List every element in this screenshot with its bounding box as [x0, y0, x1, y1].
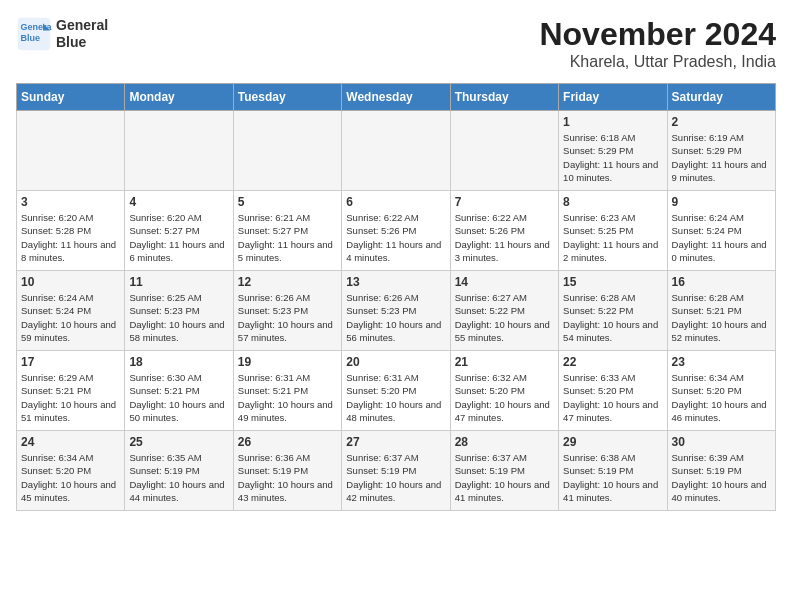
- day-number: 26: [238, 435, 337, 449]
- day-info: Sunrise: 6:36 AM Sunset: 5:19 PM Dayligh…: [238, 451, 337, 504]
- weekday-header-cell: Saturday: [667, 84, 775, 111]
- svg-text:Blue: Blue: [21, 33, 41, 43]
- calendar-week-row: 1Sunrise: 6:18 AM Sunset: 5:29 PM Daylig…: [17, 111, 776, 191]
- svg-text:General: General: [21, 22, 53, 32]
- day-number: 28: [455, 435, 554, 449]
- weekday-header-cell: Thursday: [450, 84, 558, 111]
- calendar-cell: 22Sunrise: 6:33 AM Sunset: 5:20 PM Dayli…: [559, 351, 667, 431]
- weekday-header-cell: Friday: [559, 84, 667, 111]
- calendar-cell: 24Sunrise: 6:34 AM Sunset: 5:20 PM Dayli…: [17, 431, 125, 511]
- day-info: Sunrise: 6:31 AM Sunset: 5:20 PM Dayligh…: [346, 371, 445, 424]
- header: General Blue General Blue November 2024 …: [16, 16, 776, 71]
- day-info: Sunrise: 6:24 AM Sunset: 5:24 PM Dayligh…: [21, 291, 120, 344]
- day-number: 19: [238, 355, 337, 369]
- day-number: 22: [563, 355, 662, 369]
- month-title: November 2024: [539, 16, 776, 53]
- calendar-cell: 14Sunrise: 6:27 AM Sunset: 5:22 PM Dayli…: [450, 271, 558, 351]
- day-info: Sunrise: 6:21 AM Sunset: 5:27 PM Dayligh…: [238, 211, 337, 264]
- calendar-cell: 11Sunrise: 6:25 AM Sunset: 5:23 PM Dayli…: [125, 271, 233, 351]
- day-number: 2: [672, 115, 771, 129]
- logo-text-line1: General: [56, 17, 108, 34]
- day-info: Sunrise: 6:34 AM Sunset: 5:20 PM Dayligh…: [21, 451, 120, 504]
- day-info: Sunrise: 6:22 AM Sunset: 5:26 PM Dayligh…: [346, 211, 445, 264]
- day-number: 16: [672, 275, 771, 289]
- calendar-cell: [342, 111, 450, 191]
- day-number: 9: [672, 195, 771, 209]
- day-number: 29: [563, 435, 662, 449]
- calendar-week-row: 3Sunrise: 6:20 AM Sunset: 5:28 PM Daylig…: [17, 191, 776, 271]
- day-info: Sunrise: 6:28 AM Sunset: 5:21 PM Dayligh…: [672, 291, 771, 344]
- day-number: 11: [129, 275, 228, 289]
- calendar-week-row: 24Sunrise: 6:34 AM Sunset: 5:20 PM Dayli…: [17, 431, 776, 511]
- location-title: Kharela, Uttar Pradesh, India: [539, 53, 776, 71]
- calendar-week-row: 10Sunrise: 6:24 AM Sunset: 5:24 PM Dayli…: [17, 271, 776, 351]
- calendar-cell: 12Sunrise: 6:26 AM Sunset: 5:23 PM Dayli…: [233, 271, 341, 351]
- calendar-cell: 1Sunrise: 6:18 AM Sunset: 5:29 PM Daylig…: [559, 111, 667, 191]
- day-info: Sunrise: 6:30 AM Sunset: 5:21 PM Dayligh…: [129, 371, 228, 424]
- day-number: 14: [455, 275, 554, 289]
- day-number: 30: [672, 435, 771, 449]
- calendar-cell: 15Sunrise: 6:28 AM Sunset: 5:22 PM Dayli…: [559, 271, 667, 351]
- calendar-cell: 13Sunrise: 6:26 AM Sunset: 5:23 PM Dayli…: [342, 271, 450, 351]
- calendar-cell: 17Sunrise: 6:29 AM Sunset: 5:21 PM Dayli…: [17, 351, 125, 431]
- day-info: Sunrise: 6:33 AM Sunset: 5:20 PM Dayligh…: [563, 371, 662, 424]
- day-info: Sunrise: 6:26 AM Sunset: 5:23 PM Dayligh…: [238, 291, 337, 344]
- day-info: Sunrise: 6:39 AM Sunset: 5:19 PM Dayligh…: [672, 451, 771, 504]
- day-number: 18: [129, 355, 228, 369]
- calendar-cell: 10Sunrise: 6:24 AM Sunset: 5:24 PM Dayli…: [17, 271, 125, 351]
- calendar-cell: 8Sunrise: 6:23 AM Sunset: 5:25 PM Daylig…: [559, 191, 667, 271]
- logo-text-line2: Blue: [56, 34, 108, 51]
- day-number: 1: [563, 115, 662, 129]
- day-number: 5: [238, 195, 337, 209]
- weekday-header-cell: Wednesday: [342, 84, 450, 111]
- weekday-header-cell: Sunday: [17, 84, 125, 111]
- title-area: November 2024 Kharela, Uttar Pradesh, In…: [539, 16, 776, 71]
- calendar-body: 1Sunrise: 6:18 AM Sunset: 5:29 PM Daylig…: [17, 111, 776, 511]
- day-number: 21: [455, 355, 554, 369]
- calendar-cell: 25Sunrise: 6:35 AM Sunset: 5:19 PM Dayli…: [125, 431, 233, 511]
- calendar-cell: 7Sunrise: 6:22 AM Sunset: 5:26 PM Daylig…: [450, 191, 558, 271]
- day-info: Sunrise: 6:35 AM Sunset: 5:19 PM Dayligh…: [129, 451, 228, 504]
- calendar-cell: 27Sunrise: 6:37 AM Sunset: 5:19 PM Dayli…: [342, 431, 450, 511]
- day-info: Sunrise: 6:25 AM Sunset: 5:23 PM Dayligh…: [129, 291, 228, 344]
- day-number: 12: [238, 275, 337, 289]
- weekday-header-cell: Tuesday: [233, 84, 341, 111]
- day-number: 3: [21, 195, 120, 209]
- weekday-header-row: SundayMondayTuesdayWednesdayThursdayFrid…: [17, 84, 776, 111]
- calendar-cell: 26Sunrise: 6:36 AM Sunset: 5:19 PM Dayli…: [233, 431, 341, 511]
- day-info: Sunrise: 6:19 AM Sunset: 5:29 PM Dayligh…: [672, 131, 771, 184]
- day-number: 7: [455, 195, 554, 209]
- calendar-cell: [17, 111, 125, 191]
- calendar-cell: 23Sunrise: 6:34 AM Sunset: 5:20 PM Dayli…: [667, 351, 775, 431]
- day-number: 23: [672, 355, 771, 369]
- day-number: 6: [346, 195, 445, 209]
- calendar-cell: 3Sunrise: 6:20 AM Sunset: 5:28 PM Daylig…: [17, 191, 125, 271]
- calendar-cell: 6Sunrise: 6:22 AM Sunset: 5:26 PM Daylig…: [342, 191, 450, 271]
- day-info: Sunrise: 6:28 AM Sunset: 5:22 PM Dayligh…: [563, 291, 662, 344]
- calendar-cell: 9Sunrise: 6:24 AM Sunset: 5:24 PM Daylig…: [667, 191, 775, 271]
- day-info: Sunrise: 6:32 AM Sunset: 5:20 PM Dayligh…: [455, 371, 554, 424]
- calendar-cell: 2Sunrise: 6:19 AM Sunset: 5:29 PM Daylig…: [667, 111, 775, 191]
- day-info: Sunrise: 6:27 AM Sunset: 5:22 PM Dayligh…: [455, 291, 554, 344]
- day-info: Sunrise: 6:18 AM Sunset: 5:29 PM Dayligh…: [563, 131, 662, 184]
- calendar-cell: 21Sunrise: 6:32 AM Sunset: 5:20 PM Dayli…: [450, 351, 558, 431]
- calendar-week-row: 17Sunrise: 6:29 AM Sunset: 5:21 PM Dayli…: [17, 351, 776, 431]
- day-info: Sunrise: 6:37 AM Sunset: 5:19 PM Dayligh…: [346, 451, 445, 504]
- day-info: Sunrise: 6:20 AM Sunset: 5:28 PM Dayligh…: [21, 211, 120, 264]
- day-number: 20: [346, 355, 445, 369]
- calendar-cell: 5Sunrise: 6:21 AM Sunset: 5:27 PM Daylig…: [233, 191, 341, 271]
- day-info: Sunrise: 6:37 AM Sunset: 5:19 PM Dayligh…: [455, 451, 554, 504]
- day-number: 17: [21, 355, 120, 369]
- day-info: Sunrise: 6:29 AM Sunset: 5:21 PM Dayligh…: [21, 371, 120, 424]
- calendar-cell: 19Sunrise: 6:31 AM Sunset: 5:21 PM Dayli…: [233, 351, 341, 431]
- day-number: 24: [21, 435, 120, 449]
- day-number: 27: [346, 435, 445, 449]
- weekday-header-cell: Monday: [125, 84, 233, 111]
- calendar-cell: 4Sunrise: 6:20 AM Sunset: 5:27 PM Daylig…: [125, 191, 233, 271]
- day-info: Sunrise: 6:23 AM Sunset: 5:25 PM Dayligh…: [563, 211, 662, 264]
- day-number: 13: [346, 275, 445, 289]
- calendar-table: SundayMondayTuesdayWednesdayThursdayFrid…: [16, 83, 776, 511]
- day-number: 8: [563, 195, 662, 209]
- day-info: Sunrise: 6:22 AM Sunset: 5:26 PM Dayligh…: [455, 211, 554, 264]
- calendar-cell: 29Sunrise: 6:38 AM Sunset: 5:19 PM Dayli…: [559, 431, 667, 511]
